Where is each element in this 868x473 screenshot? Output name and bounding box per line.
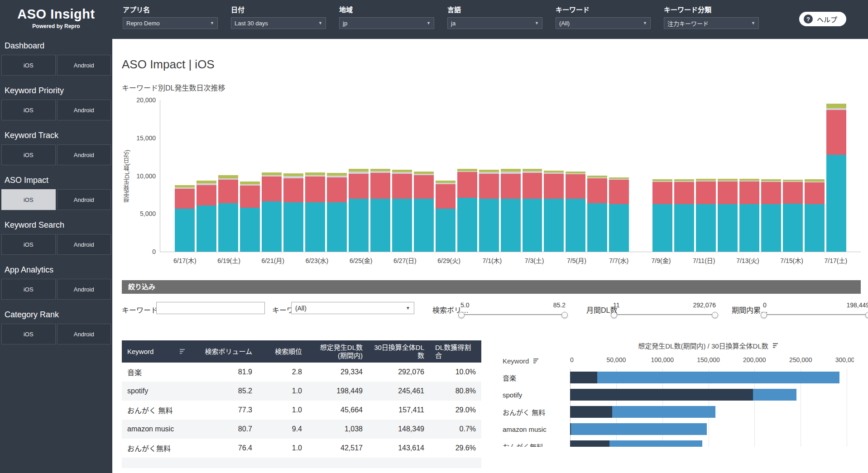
bar-6/18(金)[interactable] — [197, 181, 216, 252]
x-tick-label: 6/29(火) — [437, 256, 460, 265]
sidebar-item-category-rank-android[interactable]: Android — [57, 324, 111, 344]
sidebar-item-aso-impact-android[interactable]: Android — [57, 189, 111, 210]
bar-7/11(日)[interactable] — [696, 179, 716, 252]
table-cell: 85.2 — [191, 382, 258, 401]
bar-7/3(土)[interactable] — [523, 169, 542, 252]
bar-7/12(月)[interactable] — [718, 179, 738, 252]
refine-section-header[interactable]: 絞り込み — [122, 280, 861, 294]
bar-total-dl[interactable] — [612, 406, 715, 418]
bar-period-dl[interactable] — [570, 440, 609, 447]
table-row[interactable]: おんがく 無料77.31.045,664157,41129.0% — [122, 401, 481, 420]
sidebar-item-app-analytics-ios[interactable]: iOS — [1, 279, 56, 300]
bar-6/30(水)[interactable] — [457, 169, 477, 252]
bar-6/25(金)[interactable] — [349, 169, 369, 252]
help-button[interactable]: ? ヘルプ — [799, 12, 846, 26]
right-chart-row[interactable]: 音楽 — [500, 369, 847, 386]
sidebar-item-keyword-track-android[interactable]: Android — [57, 144, 111, 165]
sidebar-item-keyword-track-ios[interactable]: iOS — [1, 144, 56, 165]
sidebar-item-app-analytics-android[interactable]: Android — [57, 279, 111, 300]
bar-period-dl[interactable] — [570, 372, 597, 383]
slider-handle-min[interactable] — [761, 312, 767, 318]
bar-7/13(火)[interactable] — [739, 179, 759, 252]
filter-select-地域[interactable]: jp▼ — [339, 17, 434, 29]
bar-6/22(火)[interactable] — [283, 173, 303, 252]
period-total-slider[interactable]: 0 198,449 — [763, 301, 868, 318]
slider-handle-max[interactable] — [712, 312, 718, 318]
table-row[interactable]: amazon music80.79.41,038148,3490.7% — [122, 420, 481, 439]
sort-icon[interactable] — [533, 358, 539, 363]
bar-total-dl[interactable] — [609, 440, 703, 447]
x-label-slot — [284, 256, 306, 265]
bar-6/23(水)[interactable] — [305, 172, 325, 252]
bar-7/1(木)[interactable] — [479, 170, 499, 252]
filter-select-キーワード分類[interactable]: 注力キーワード▼ — [664, 17, 759, 29]
table-row[interactable]: spotify85.21.0198,449245,46180.8% — [122, 382, 481, 401]
filter-select-日付[interactable]: Last 30 days▼ — [231, 17, 326, 29]
bar-period-dl[interactable] — [570, 406, 612, 418]
bar-total-dl[interactable] — [597, 372, 839, 383]
search-volume-slider[interactable]: 5.0 85.2 — [460, 301, 566, 318]
slider-handle-min[interactable] — [611, 312, 617, 318]
bar-6/28(月)[interactable] — [414, 172, 434, 252]
bar-6/21(月)[interactable] — [262, 172, 282, 252]
table-header-cell[interactable]: 検索ボリューム — [191, 340, 258, 363]
bar-total-dl[interactable] — [753, 389, 796, 401]
table-header-cell[interactable]: DL数獲得割合 — [430, 340, 481, 363]
category-filter-select[interactable]: (All) ▼ — [291, 302, 414, 314]
slider-handle-min[interactable] — [458, 312, 465, 318]
sidebar-item-keyword-search-android[interactable]: Android — [57, 234, 111, 255]
sidebar-item-keyword-priority-android[interactable]: Android — [57, 100, 111, 120]
bar-total-dl[interactable] — [571, 423, 707, 435]
slider-handle-max[interactable] — [561, 312, 568, 318]
bar-7/15(木)[interactable] — [783, 180, 803, 252]
filter-select-言語[interactable]: ja▼ — [447, 17, 542, 29]
bar-7/14(水)[interactable] — [761, 179, 781, 252]
sidebar-item-keyword-search-ios[interactable]: iOS — [1, 234, 56, 255]
bar-7/5(月)[interactable] — [566, 172, 585, 252]
right-chart-row[interactable]: amazon music — [500, 420, 847, 438]
bar-7/2(金)[interactable] — [501, 169, 521, 252]
x-label-slot: 7/13(火) — [736, 256, 759, 265]
bar-7/16(金)[interactable] — [805, 179, 825, 252]
table-row[interactable]: おんがく無料76.41.042,517143,61429.6% — [122, 439, 481, 458]
bar-7/4(日)[interactable] — [544, 171, 564, 252]
table-header-cell[interactable]: 想定発生DL数(期間内) — [307, 340, 368, 363]
bar-6/17(木)[interactable] — [175, 185, 195, 252]
table-header-cell[interactable]: 30日換算全体DL数 — [368, 340, 430, 363]
bar-7/17(土)[interactable] — [826, 104, 846, 252]
right-chart-row[interactable]: おんがく無料 — [500, 438, 847, 447]
bar-7/10(土)[interactable] — [674, 179, 694, 252]
filter-select-アプリ名[interactable]: Repro Demo▼ — [123, 17, 218, 29]
sidebar-item-keyword-priority-ios[interactable]: iOS — [1, 100, 56, 120]
table-header-cell[interactable]: Keyword — [122, 340, 191, 363]
bar-6/29(火)[interactable] — [436, 181, 456, 252]
bar-6/19(土)[interactable] — [218, 175, 238, 252]
table-header-cell[interactable]: 検索順位 — [258, 340, 307, 363]
right-chart-row[interactable]: おんがく 無料 — [500, 403, 847, 420]
bar-7/7(水)[interactable] — [609, 177, 629, 252]
bar-6/27(日)[interactable] — [392, 170, 412, 252]
sort-icon[interactable] — [180, 349, 186, 354]
bar-7/6(火)[interactable] — [587, 176, 607, 252]
table-row[interactable]: 音楽81.92.829,334292,07610.0% — [122, 363, 481, 382]
sidebar-item-dashboard-android[interactable]: Android — [57, 55, 111, 76]
slider-track[interactable] — [763, 311, 868, 318]
bar-6/24(木)[interactable] — [327, 173, 347, 252]
sidebar-item-aso-impact-ios[interactable]: iOS — [1, 189, 56, 210]
slider-track[interactable] — [460, 311, 566, 318]
monthly-dl-slider[interactable]: 11 292,076 — [613, 301, 716, 318]
filter-select-キーワード[interactable]: (All)▼ — [556, 17, 651, 29]
bar-period-dl[interactable] — [570, 389, 753, 401]
bar-7/9(金)[interactable] — [652, 179, 672, 252]
sidebar-item-dashboard-ios[interactable]: iOS — [1, 55, 56, 76]
slider-handle-max[interactable] — [865, 312, 868, 318]
sort-icon[interactable] — [773, 343, 779, 348]
keyword-filter-input[interactable] — [156, 302, 265, 314]
sidebar-item-category-rank-ios[interactable]: iOS — [1, 324, 56, 344]
filter-label: キーワード — [556, 5, 651, 14]
bar-segment — [349, 174, 369, 199]
bar-6/26(土)[interactable] — [370, 169, 390, 252]
slider-track[interactable] — [613, 311, 716, 318]
right-chart-row[interactable]: spotify — [500, 386, 847, 403]
bar-6/20(日)[interactable] — [240, 182, 260, 252]
